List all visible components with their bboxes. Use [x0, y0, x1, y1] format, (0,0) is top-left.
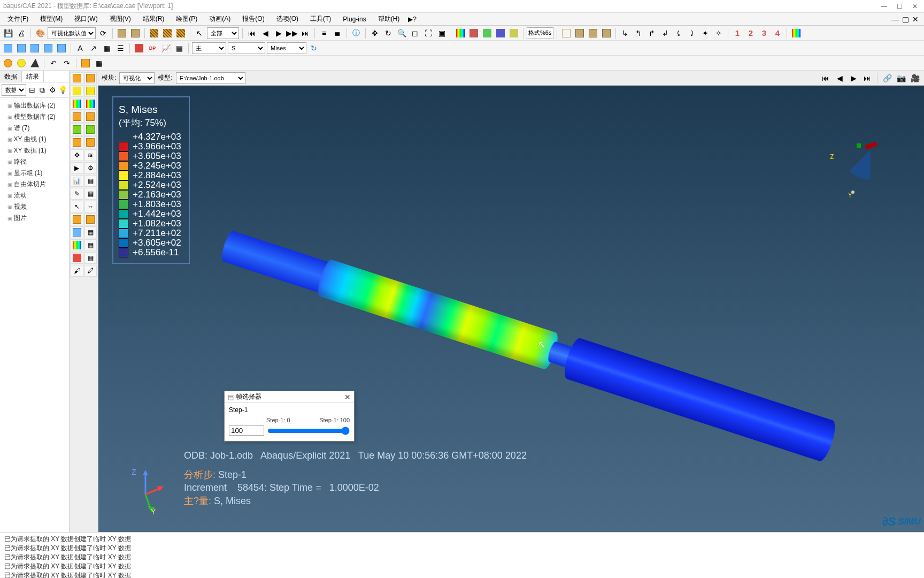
link-viewport-icon[interactable]: 🔗 [881, 72, 893, 84]
vt-stream-icon[interactable] [71, 239, 83, 251]
tree-output-db[interactable]: 输出数据库 (2) [3, 100, 66, 111]
arrow-select-icon[interactable]: ↖ [194, 27, 205, 39]
circle-select-icon[interactable] [2, 57, 14, 69]
tree-collapse-icon[interactable]: ⊟ [28, 86, 36, 94]
anim-next-icon[interactable]: ▶▶ [286, 27, 298, 39]
group-icon[interactable] [80, 57, 91, 69]
vt-contour-icon[interactable] [71, 98, 83, 110]
model-select[interactable]: E:/cae/Job-1.odb [176, 72, 245, 84]
view-csys-icon[interactable]: ✧ [713, 27, 725, 39]
vt-freebody-icon[interactable] [71, 226, 83, 238]
tree-movies[interactable]: 视频 [3, 201, 66, 212]
anim-first-icon[interactable]: ⏮ [246, 27, 258, 39]
tree-streams[interactable]: 流动 [3, 190, 66, 201]
component-select[interactable]: Mises [267, 42, 306, 54]
pan-icon[interactable]: ✥ [369, 27, 381, 39]
vt-field-icon[interactable] [71, 252, 83, 264]
vt-material-opt-icon[interactable] [84, 124, 97, 135]
variable-select[interactable]: S [228, 42, 265, 54]
tree-xy-data[interactable]: XY 数据 (1) [3, 145, 66, 156]
dropper-icon[interactable]: ⟳ [97, 27, 109, 39]
info-icon[interactable]: ⓘ [350, 27, 362, 39]
menu-result[interactable]: 结果(R) [137, 13, 170, 25]
frame-last-icon[interactable]: ⏭ [861, 72, 873, 84]
window-min-icon[interactable]: — [891, 15, 899, 24]
view-2-icon[interactable]: 2 [745, 27, 757, 39]
poly-select-icon[interactable] [29, 57, 41, 69]
sync-icon[interactable]: ↻ [308, 42, 320, 54]
menu-report[interactable]: 报告(O) [237, 13, 270, 25]
menu-model[interactable]: 模型(M) [35, 13, 68, 25]
tree-images[interactable]: 图片 [3, 212, 66, 224]
probe-icon[interactable] [133, 42, 145, 54]
vt-view-cut-icon[interactable] [71, 214, 83, 225]
rotate-icon[interactable]: ↻ [382, 27, 394, 39]
format-input[interactable] [527, 27, 553, 39]
render-hidden-icon[interactable] [574, 27, 586, 39]
view-left-icon[interactable]: ⤹ [673, 27, 684, 39]
tree-copy-icon[interactable]: ⧉ [38, 86, 47, 94]
plot-history-icon[interactable] [508, 27, 520, 39]
anim-play-icon[interactable]: ▶ [273, 27, 284, 39]
dp-icon[interactable]: DP [147, 42, 158, 54]
layout-3-icon[interactable] [29, 42, 41, 54]
print-icon[interactable]: 🖨 [16, 27, 27, 39]
layout-1-icon[interactable] [2, 42, 14, 54]
vt-field-opt-icon[interactable]: ▦ [84, 252, 97, 264]
vt-freebody-opt-icon[interactable]: ▦ [84, 226, 97, 238]
vt-ply-icon[interactable] [71, 136, 83, 148]
color-mode-select[interactable]: 可视化默认值 [48, 27, 96, 39]
primary-select[interactable]: 主 [192, 42, 226, 54]
menu-animate[interactable]: 动画(A) [204, 13, 236, 25]
vt-view-cut-opt-icon[interactable] [84, 214, 97, 225]
undo-icon[interactable]: ↶ [48, 57, 59, 69]
viewport[interactable]: S, Mises (平均: 75%) +4.327e+03+3.966e+03+… [98, 86, 924, 532]
hatch-show-icon[interactable] [161, 27, 173, 39]
view-1-icon[interactable]: 1 [732, 27, 743, 39]
vt-common-opt-icon[interactable] [71, 85, 83, 97]
zoom-icon[interactable]: 🔍 [396, 27, 407, 39]
ruler-vert-icon[interactable]: ≡ [318, 27, 330, 39]
vt-anim-harmonic-icon[interactable]: ≋ [84, 149, 97, 161]
menu-plot[interactable]: 绘图(P) [171, 13, 203, 25]
plot-xy-icon[interactable] [495, 27, 506, 39]
vt-anim-time-icon[interactable]: ▶ [71, 162, 83, 174]
vt-brush-icon[interactable]: 🖌 [71, 265, 83, 277]
menu-file[interactable]: 文件(F) [2, 13, 34, 25]
vt-stream-opt-icon[interactable]: ▦ [84, 239, 97, 251]
plot-contour-icon[interactable] [455, 27, 466, 39]
color-palette-icon[interactable]: 🎨 [34, 27, 46, 39]
view-3-icon[interactable]: 3 [758, 27, 770, 39]
tree-xy-curves[interactable]: XY 曲线 (1) [3, 134, 66, 145]
frame-first-icon[interactable]: ⏮ [820, 72, 831, 84]
vt-xy-manager-icon[interactable]: ▦ [84, 175, 97, 187]
plot-vector-icon[interactable] [481, 27, 493, 39]
cube-shaded-icon[interactable] [116, 27, 128, 39]
layout-4-icon[interactable] [42, 42, 54, 54]
tab-data[interactable]: 数据 [0, 71, 22, 82]
vt-symbol-opt-icon[interactable] [84, 111, 97, 123]
menu-view[interactable]: 视图(V) [104, 13, 136, 25]
vt-plot-undeformed-icon[interactable] [71, 72, 83, 84]
tree-paths[interactable]: 路径 [3, 156, 66, 168]
maximize-icon[interactable]: ☐ [897, 3, 903, 10]
vt-plot-deformed-icon[interactable] [84, 72, 97, 84]
vt-symbol-icon[interactable] [71, 111, 83, 123]
tree-spectra[interactable]: 谱 (7) [3, 123, 66, 134]
annotate-icon[interactable] [790, 27, 802, 39]
vt-xy-plot-icon[interactable]: ▦ [84, 188, 97, 200]
anim-prev-icon[interactable]: ◀ [259, 27, 271, 39]
view-bottom-icon[interactable]: ↲ [659, 27, 671, 39]
render-filled-icon[interactable] [587, 27, 599, 39]
render-shaded-icon[interactable] [600, 27, 612, 39]
tree-model-db[interactable]: 模型数据库 (2) [3, 111, 66, 123]
module-select[interactable]: 可视化 [119, 72, 155, 84]
menu-options[interactable]: 选项(O) [271, 13, 304, 25]
tree-bulb-icon[interactable]: 💡 [58, 86, 67, 94]
view-front-icon[interactable]: ↳ [619, 27, 631, 39]
anim-last-icon[interactable]: ⏭ [299, 27, 311, 39]
vt-ply-opt-icon[interactable] [84, 136, 97, 148]
menu-help[interactable]: 帮助(H) [373, 13, 405, 25]
zoom-auto-icon[interactable]: ▣ [436, 27, 448, 39]
hatch-hide-icon[interactable] [148, 27, 160, 39]
